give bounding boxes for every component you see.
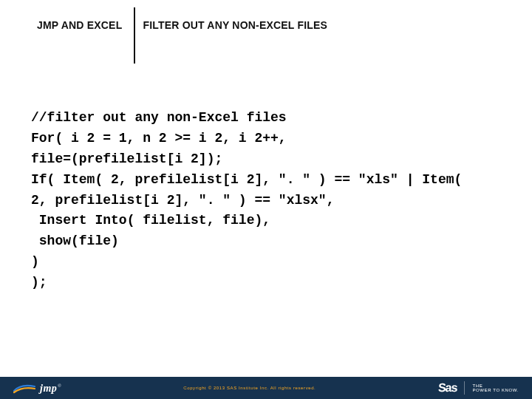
sas-logo-text: Sas <box>437 381 457 395</box>
header-label-right: FILTER OUT ANY NON-EXCEL FILES <box>141 13 327 64</box>
code-line: ) <box>31 254 39 269</box>
jmp-swoosh-icon <box>13 382 35 394</box>
sas-logo: Sas <box>438 381 457 395</box>
tagline-line-2: POWER TO KNOW. <box>472 388 519 392</box>
header-divider <box>134 7 135 64</box>
code-line: file=(prefilelist[i 2]); <box>31 151 222 166</box>
code-line: ); <box>31 275 47 290</box>
footer-bar: jmp® Copyright © 2013 SAS Institute Inc.… <box>0 377 532 399</box>
code-line: 2, prefilelist[i 2], ". " ) == "xlsx", <box>31 193 334 208</box>
code-line: If( Item( 2, prefilelist[i 2], ". " ) ==… <box>31 172 462 187</box>
sas-tagline: THE POWER TO KNOW. <box>472 383 519 392</box>
footer-divider <box>464 381 465 395</box>
footer-left: jmp® <box>0 381 61 395</box>
slide: JMP AND EXCEL FILTER OUT ANY NON-EXCEL F… <box>0 0 532 399</box>
code-line: show(file) <box>31 233 119 248</box>
code-line: For( i 2 = 1, n 2 >= i 2, i 2++, <box>31 131 287 146</box>
header-label-left: JMP AND EXCEL <box>37 13 129 64</box>
slide-header: JMP AND EXCEL FILTER OUT ANY NON-EXCEL F… <box>0 0 532 64</box>
copyright-text: Copyright © 2013 SAS Institute Inc. All … <box>61 386 438 390</box>
code-line: Insert Into( filelist, file), <box>31 213 270 228</box>
footer-right: Sas THE POWER TO KNOW. <box>438 381 532 395</box>
code-line: //filter out any non-Excel files <box>31 110 287 125</box>
code-block: //filter out any non-Excel files For( i … <box>0 64 532 293</box>
jmp-text: jmp <box>40 383 57 394</box>
jmp-logo-text: jmp® <box>40 381 61 395</box>
